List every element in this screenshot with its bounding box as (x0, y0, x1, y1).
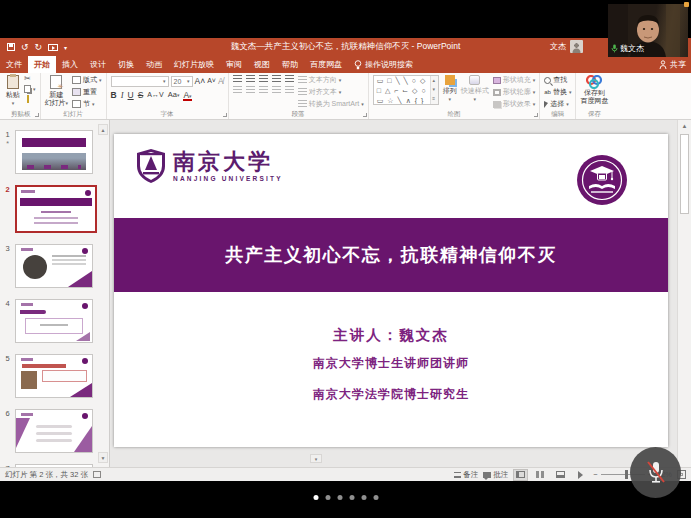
bold-button[interactable]: B (111, 89, 117, 101)
share-button[interactable]: 共享 (659, 56, 686, 73)
page-dot[interactable] (349, 495, 354, 500)
change-case-button[interactable]: Aa▾ (168, 89, 180, 101)
decrease-indent-icon[interactable] (259, 75, 268, 83)
tab-review[interactable]: 审阅 (220, 56, 248, 73)
strikethrough-button[interactable]: S (138, 89, 144, 101)
grow-font-button[interactable]: A˄ (195, 75, 206, 87)
font-name-combo[interactable]: ▾ (111, 76, 169, 87)
format-painter-button[interactable] (24, 95, 36, 103)
speaker-line: 主讲人：魏文杰 (114, 326, 668, 345)
customize-qat-icon[interactable]: ▾ (64, 44, 67, 51)
shape-outline-button[interactable]: 形状轮廓▾ (493, 87, 536, 97)
smartart-button[interactable]: 转换为 SmartArt▾ (298, 99, 364, 109)
paragraph-dialog-launcher[interactable] (363, 113, 367, 117)
tab-file[interactable]: 文件 (0, 56, 28, 73)
save-to-netdisk-button[interactable]: 保存到 百度网盘 (580, 75, 608, 105)
tab-slideshow[interactable]: 幻灯片放映 (168, 56, 220, 73)
justify-icon[interactable] (272, 86, 281, 94)
find-button[interactable]: 查找 (544, 75, 571, 85)
slide-thumbnail-3[interactable] (15, 244, 93, 288)
page-dot[interactable] (337, 495, 342, 500)
shrink-font-button[interactable]: A˅ (207, 75, 216, 87)
slide-thumbnail-6[interactable] (15, 409, 93, 453)
clipboard-dialog-launcher[interactable] (35, 113, 39, 117)
new-slide-button[interactable]: 新建 幻灯片▾ (45, 75, 69, 107)
slide-thumbnail-5[interactable] (15, 354, 93, 398)
layout-button[interactable]: 版式▾ (72, 75, 102, 85)
section-button[interactable]: 节▾ (72, 99, 102, 109)
align-right-icon[interactable] (259, 86, 268, 94)
copy-button[interactable]: ▾ (24, 85, 36, 93)
zoom-slider-thumb[interactable] (625, 470, 628, 479)
redo-icon[interactable]: ↻ (35, 43, 43, 52)
char-spacing-button[interactable]: A↔V (147, 89, 163, 101)
align-left-icon[interactable] (233, 86, 242, 94)
tab-help[interactable]: 帮助 (276, 56, 304, 73)
current-slide[interactable]: 南京大学 NANJING UNIVERSITY (114, 134, 668, 447)
page-dot[interactable] (373, 495, 378, 500)
align-text-button[interactable]: 对齐文本▾ (298, 87, 364, 97)
scrollbar-up-arrow[interactable]: ▲ (678, 120, 691, 132)
tab-baidu-netdisk[interactable]: 百度网盘 (304, 56, 348, 73)
notes-button[interactable]: 备注 (454, 470, 478, 480)
tab-view[interactable]: 视图 (248, 56, 276, 73)
tab-insert[interactable]: 插入 (56, 56, 84, 73)
undo-icon[interactable]: ↺ (21, 43, 29, 52)
slide-sorter-view-button[interactable] (533, 469, 548, 481)
reading-view-button[interactable] (553, 469, 568, 481)
select-button[interactable]: 选择▾ (544, 99, 571, 109)
save-icon[interactable] (7, 43, 15, 51)
thumb-scroll-up-button[interactable]: ▲ (98, 124, 108, 135)
arrange-button[interactable]: 排列 ▾ (443, 75, 457, 103)
tell-me-search[interactable]: 操作说明搜索 (354, 56, 413, 73)
underline-button[interactable]: U (128, 89, 134, 101)
shape-effects-button[interactable]: 形状效果▾ (493, 99, 536, 109)
page-dot[interactable] (325, 495, 330, 500)
tab-home[interactable]: 开始 (28, 56, 56, 73)
page-dot[interactable] (361, 495, 366, 500)
replace-button[interactable]: ab替换▾ (544, 87, 571, 97)
avatar[interactable] (570, 40, 583, 53)
tab-animations[interactable]: 动画 (140, 56, 168, 73)
slide-thumbnail-4[interactable] (15, 299, 93, 343)
comments-button[interactable]: 批注 (483, 470, 508, 480)
normal-view-button[interactable] (513, 469, 528, 481)
quick-styles-button[interactable]: 快速样式 ▾ (461, 75, 489, 103)
numbering-icon[interactable] (246, 75, 255, 83)
page-dot[interactable] (313, 495, 318, 500)
font-dialog-launcher[interactable] (223, 113, 227, 117)
shapes-scroll[interactable]: ▴▾≡ (430, 76, 438, 104)
find-icon (544, 77, 551, 84)
font-size-combo[interactable]: 20▾ (171, 76, 193, 87)
webcam-video[interactable]: 魏文杰 (608, 4, 688, 57)
tab-design[interactable]: 设计 (84, 56, 112, 73)
columns-icon[interactable] (285, 86, 294, 94)
align-center-icon[interactable] (246, 86, 255, 94)
shape-fill-button[interactable]: 形状填充▾ (493, 75, 536, 85)
reset-button[interactable]: 重置 (72, 87, 102, 97)
font-color-button[interactable]: A▾ (183, 90, 191, 101)
tab-transitions[interactable]: 切换 (112, 56, 140, 73)
affiliation-line-1: 南京大学博士生讲师团讲师 (114, 355, 668, 372)
muted-mic-button[interactable] (630, 447, 681, 498)
paste-button[interactable]: 粘贴 ▾ (6, 75, 20, 107)
italic-button[interactable]: I (121, 89, 124, 101)
scrollbar-thumb[interactable] (680, 134, 689, 214)
zoom-out-button[interactable]: − (593, 470, 597, 479)
line-spacing-icon[interactable] (285, 75, 294, 83)
bullets-icon[interactable] (233, 75, 242, 83)
clear-format-button[interactable]: A̸ (218, 75, 224, 87)
start-slideshow-icon[interactable] (48, 44, 58, 51)
drawing-dialog-launcher[interactable] (534, 113, 538, 117)
shapes-gallery[interactable]: ▭ □ ╲ ╲ ○ ◇ □ △ ⌐ ⌙ ◇ ○ ▭ ☆ ╲ ∧ { } ▴▾≡ (373, 75, 439, 105)
display-settings-icon[interactable] (93, 471, 101, 478)
vertical-scrollbar[interactable]: ▲ (677, 120, 691, 467)
text-direction-button[interactable]: 文本方向▾ (298, 75, 364, 85)
scroll-down-button[interactable]: ▾ (310, 454, 322, 463)
slide-thumbnail-1[interactable] (15, 130, 93, 174)
increase-indent-icon[interactable] (272, 75, 281, 83)
cut-button[interactable]: ✂ (24, 75, 36, 83)
slideshow-view-button[interactable] (573, 469, 588, 481)
slide-thumbnail-2-selected[interactable] (15, 185, 97, 233)
thumb-scroll-down-button[interactable]: ▼ (98, 452, 108, 463)
